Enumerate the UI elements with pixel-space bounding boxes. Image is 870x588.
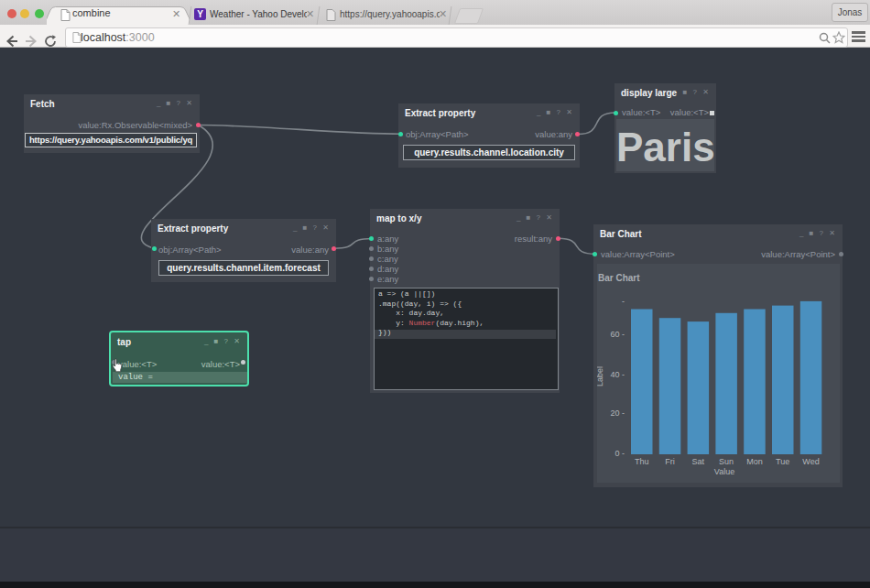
svg-text:Sat: Sat — [692, 457, 705, 466]
svg-text:Bar Chart: Bar Chart — [598, 273, 640, 283]
svg-text:20 -: 20 - — [610, 408, 625, 418]
svg-text:Wed: Wed — [802, 457, 819, 466]
svg-text:60 -: 60 - — [610, 330, 625, 339]
svg-text:Sun: Sun — [719, 457, 734, 466]
svg-text:Mon: Mon — [746, 457, 763, 466]
svg-text:-: - — [622, 297, 625, 306]
svg-text:Fri: Fri — [665, 457, 675, 466]
svg-text:40 -: 40 - — [610, 370, 625, 379]
svg-text:Value: Value — [714, 467, 734, 476]
svg-text:Thu: Thu — [635, 457, 649, 466]
svg-text:0 -: 0 - — [614, 449, 625, 458]
svg-text:Tue: Tue — [776, 457, 789, 466]
svg-text:Label: Label — [597, 366, 604, 387]
